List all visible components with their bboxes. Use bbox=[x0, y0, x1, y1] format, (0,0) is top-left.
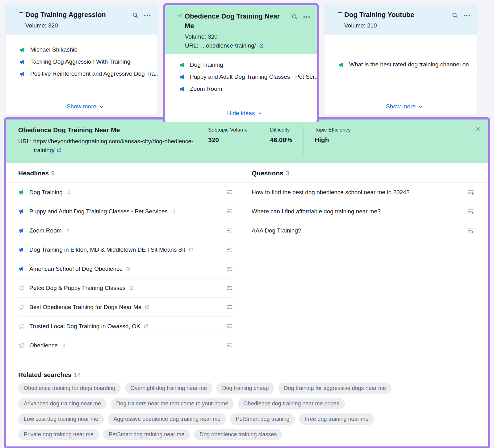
add-to-list-icon[interactable] bbox=[226, 266, 233, 272]
hide-ideas-button[interactable]: Hide ideas bbox=[227, 110, 262, 117]
add-to-list-icon[interactable] bbox=[467, 189, 474, 196]
add-to-list-icon[interactable] bbox=[226, 323, 233, 330]
idea-item[interactable]: Michael Shikashio bbox=[19, 46, 151, 53]
headline-text: Zoom Room bbox=[29, 227, 62, 234]
related-search-chip[interactable]: Overnight dog training near me bbox=[125, 383, 212, 394]
related-search-chip[interactable]: Obedience training for dogs boarding bbox=[18, 383, 121, 394]
related-search-chip[interactable]: PetSmart dog training bbox=[230, 413, 295, 425]
close-icon[interactable] bbox=[475, 126, 481, 132]
show-more-button[interactable]: Show more bbox=[67, 103, 104, 110]
idea-item[interactable]: Puppy and Adult Dog Training Classes - P… bbox=[179, 73, 311, 80]
related-search-chip[interactable]: Free dog training near me bbox=[299, 413, 374, 425]
external-link-icon[interactable] bbox=[126, 266, 131, 271]
related-search-chip[interactable]: Aggressive obedience dog training near m… bbox=[108, 413, 226, 425]
question-text: AAA Dog Training? bbox=[252, 227, 301, 234]
headlines-heading: Headlines9 bbox=[6, 170, 242, 183]
megaphone-blue-icon bbox=[19, 59, 26, 65]
more-options-icon[interactable] bbox=[303, 16, 310, 18]
megaphone-gray-icon bbox=[18, 285, 25, 291]
add-to-list-icon[interactable] bbox=[226, 246, 233, 253]
show-more-button[interactable]: Show more bbox=[386, 103, 423, 110]
related-search-chip[interactable]: Dog obedience training classes bbox=[194, 429, 282, 440]
external-link-icon[interactable] bbox=[143, 324, 149, 329]
more-options-icon[interactable] bbox=[463, 15, 470, 16]
external-link-icon[interactable] bbox=[259, 43, 264, 48]
idea-item[interactable]: Positive Reinforcement and Aggressive Do… bbox=[19, 70, 151, 77]
card-header: Dog Training Aggression Volume: 320 bbox=[6, 4, 157, 35]
external-link-icon[interactable] bbox=[66, 190, 71, 195]
idea-item[interactable]: Zoom Room bbox=[179, 86, 311, 92]
chevron-down-icon bbox=[418, 104, 423, 109]
related-search-chip[interactable]: Obedience dog training near me prices bbox=[238, 398, 345, 409]
card-header-actions bbox=[132, 12, 151, 19]
add-to-list-icon[interactable] bbox=[226, 304, 233, 311]
subtopic-detail-panel: Obedience Dog Training Near Me URL: http… bbox=[4, 117, 490, 448]
idea-item[interactable]: What is the best rated dog training chan… bbox=[338, 61, 471, 68]
related-search-chip[interactable]: Dog trainers near me that come to your h… bbox=[111, 398, 234, 409]
headline-row: Obedience bbox=[18, 336, 233, 355]
questions-title: Questions bbox=[252, 170, 283, 177]
card-title-label: Dog Training Youtube bbox=[344, 10, 414, 19]
headline-row: Best Obedience Training for Dogs Near Me bbox=[18, 298, 233, 317]
related-searches-count: 14 bbox=[74, 371, 81, 378]
related-search-chip[interactable]: Low cost dog training near me bbox=[18, 413, 104, 425]
headlines-count: 9 bbox=[51, 170, 55, 177]
external-link-icon[interactable] bbox=[129, 285, 134, 291]
collapse-dash-icon bbox=[19, 12, 23, 13]
add-to-list-icon[interactable] bbox=[467, 208, 474, 215]
megaphone-gray-icon bbox=[18, 304, 25, 310]
related-search-chip[interactable]: Advanced dog training near me bbox=[18, 398, 107, 409]
stat-value: High bbox=[315, 136, 351, 144]
headline-row: Trusted Local Dog Training in Owasso, OK bbox=[18, 317, 233, 336]
more-options-icon[interactable] bbox=[144, 15, 151, 16]
megaphone-blue-icon bbox=[18, 246, 25, 253]
card-volume: Volume: 320 bbox=[185, 33, 309, 40]
external-link-icon[interactable] bbox=[61, 343, 66, 348]
question-text: How to find the best dog obedience schoo… bbox=[252, 189, 409, 196]
megaphone-green-icon bbox=[19, 47, 26, 53]
card-header-actions bbox=[452, 12, 470, 19]
chip-row: Low cost dog training near meAggressive … bbox=[18, 413, 476, 425]
show-more-label: Show more bbox=[67, 103, 96, 110]
external-link-icon[interactable] bbox=[171, 209, 176, 214]
add-to-list-icon[interactable] bbox=[226, 189, 233, 196]
detail-header: Obedience Dog Training Near Me URL: http… bbox=[6, 119, 488, 163]
add-to-list-icon[interactable] bbox=[226, 342, 233, 349]
related-searches-heading: Related searches14 bbox=[18, 371, 476, 379]
idea-label: Tackling Dog Aggression With Training bbox=[30, 58, 130, 65]
add-to-list-icon[interactable] bbox=[226, 227, 233, 234]
headlines-list: Dog Training Puppy and Adult Dog Trainin… bbox=[18, 183, 233, 355]
related-search-chip[interactable]: Private dog training near me bbox=[18, 429, 99, 440]
volume-label: Volume: bbox=[344, 22, 366, 29]
related-searches-chips: Obedience training for dogs boardingOver… bbox=[18, 383, 476, 440]
stat-label: Topic Efficiency bbox=[315, 127, 351, 133]
megaphone-green-icon bbox=[179, 62, 185, 68]
search-icon[interactable] bbox=[132, 12, 139, 19]
external-link-icon[interactable] bbox=[144, 304, 150, 310]
related-search-chip[interactable]: PetSmart dog training near me bbox=[103, 429, 190, 440]
external-link-icon[interactable] bbox=[57, 148, 62, 153]
search-icon[interactable] bbox=[452, 12, 458, 19]
card-header: Dog Training Youtube Volume: 210 bbox=[324, 4, 477, 35]
question-row: AAA Dog Training? bbox=[252, 221, 474, 240]
headline-text: Trusted Local Dog Training in Owasso, OK bbox=[29, 323, 140, 330]
idea-item[interactable]: Tackling Dog Aggression With Training bbox=[19, 58, 151, 65]
add-to-list-icon[interactable] bbox=[226, 208, 233, 215]
questions-heading: Questions3 bbox=[242, 170, 488, 183]
stat-label: Subtopic Volume bbox=[208, 127, 248, 133]
megaphone-gray-icon bbox=[18, 342, 25, 349]
detail-columns: Headlines9 Dog Training Puppy and Adult … bbox=[6, 163, 488, 364]
chip-row: Private dog training near mePetSmart dog… bbox=[18, 429, 476, 440]
external-link-icon[interactable] bbox=[65, 228, 70, 233]
search-icon[interactable] bbox=[291, 14, 298, 20]
add-to-list-icon[interactable] bbox=[226, 285, 233, 291]
related-search-chip[interactable]: Dog training for aggressive dogs near me bbox=[278, 383, 391, 394]
volume-label: Volume: bbox=[25, 22, 47, 29]
related-search-chip[interactable]: Dog training cheap bbox=[216, 383, 274, 394]
selected-subtopic-highlight: Obedience Dog Training Near Me Volume: 3… bbox=[163, 3, 319, 122]
detail-title: Obedience Dog Training Near Me bbox=[18, 126, 197, 134]
idea-item[interactable]: Dog Training bbox=[179, 61, 311, 68]
add-to-list-icon[interactable] bbox=[467, 227, 474, 234]
external-link-icon[interactable] bbox=[188, 247, 194, 252]
idea-label: What is the best rated dog training chan… bbox=[349, 61, 475, 68]
